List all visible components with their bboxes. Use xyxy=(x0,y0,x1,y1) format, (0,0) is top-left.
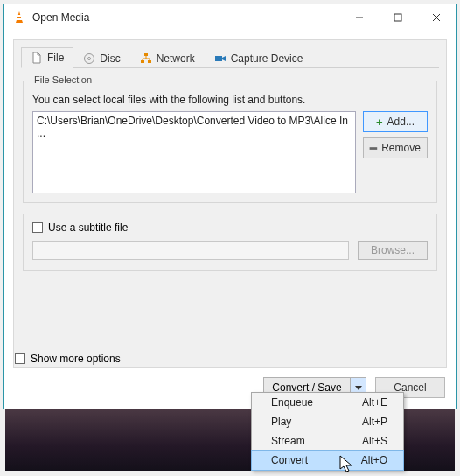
tab-file-label: File xyxy=(47,52,64,64)
svg-rect-12 xyxy=(215,56,222,61)
svg-marker-15 xyxy=(340,456,352,472)
svg-rect-9 xyxy=(144,53,148,56)
menu-convert[interactable]: Convert Alt+O xyxy=(252,451,403,470)
open-media-window: Open Media gP File Disc Network xyxy=(3,4,457,410)
mouse-cursor xyxy=(339,455,355,474)
menu-accel: Alt+S xyxy=(362,435,387,447)
tab-disc[interactable]: Disc xyxy=(73,47,129,68)
menu-stream[interactable]: Stream Alt+S xyxy=(252,431,403,451)
file-icon xyxy=(31,52,43,64)
tab-capture[interactable]: Capture Device xyxy=(205,47,313,68)
svg-marker-14 xyxy=(355,386,362,390)
file-selection-title: File Selection xyxy=(31,74,95,85)
chevron-down-icon xyxy=(355,384,362,391)
minus-icon: ━ xyxy=(370,143,377,154)
menu-label: Enqueue xyxy=(271,396,313,409)
subtitle-checkbox[interactable]: Use a subtitle file xyxy=(32,221,428,234)
menu-accel: Alt+E xyxy=(362,396,387,409)
plus-icon: + xyxy=(376,116,383,128)
menu-play[interactable]: Play Alt+P xyxy=(252,412,403,431)
convert-dropdown-menu: Enqueue Alt+E Play Alt+P Stream Alt+S Co… xyxy=(251,392,404,471)
remove-button[interactable]: ━ Remove xyxy=(363,137,428,158)
browse-label: Browse... xyxy=(371,244,415,256)
add-button[interactable]: + Add... xyxy=(363,111,428,132)
svg-point-8 xyxy=(88,57,91,60)
file-list-item[interactable]: C:\Users\Brian\OneDrive\Desktop\Converte… xyxy=(37,115,352,139)
close-button[interactable] xyxy=(417,4,456,31)
file-selection-group: File Selection You can select local file… xyxy=(23,80,437,203)
tab-file[interactable]: File xyxy=(21,47,73,68)
svg-rect-4 xyxy=(394,14,401,21)
menu-accel: Alt+O xyxy=(361,454,387,466)
tab-network-label: Network xyxy=(157,52,195,65)
svg-rect-1 xyxy=(17,15,22,17)
show-more-label: Show more options xyxy=(31,353,121,365)
tab-capture-label: Capture Device xyxy=(231,52,303,65)
checkbox-icon xyxy=(15,354,25,364)
menu-label: Convert xyxy=(271,454,308,466)
add-button-label: Add... xyxy=(387,116,415,128)
tab-disc-label: Disc xyxy=(100,52,120,65)
window-title: Open Media xyxy=(32,11,340,24)
disc-icon xyxy=(83,52,95,65)
subtitle-checkbox-label: Use a subtitle file xyxy=(48,221,128,234)
capture-icon xyxy=(214,52,227,65)
menu-enqueue[interactable]: Enqueue Alt+E xyxy=(252,393,403,412)
menu-label: Play xyxy=(271,416,291,428)
checkbox-icon xyxy=(32,222,43,233)
svg-rect-10 xyxy=(141,60,144,63)
menu-accel: Alt+P xyxy=(362,416,387,428)
network-icon xyxy=(140,52,152,65)
vlc-icon xyxy=(11,10,27,25)
menu-label: Stream xyxy=(271,435,305,447)
svg-marker-0 xyxy=(16,11,23,23)
file-selection-hint: You can select local files with the foll… xyxy=(32,94,428,106)
subtitle-path-input xyxy=(32,241,349,260)
svg-rect-11 xyxy=(148,60,151,63)
svg-marker-13 xyxy=(222,56,226,61)
dialog-body: File Disc Network Capture Device File Se… xyxy=(13,39,447,368)
svg-rect-2 xyxy=(17,18,22,20)
show-more-options-checkbox[interactable]: Show more options xyxy=(15,353,121,365)
remove-button-label: Remove xyxy=(381,142,421,154)
tab-network[interactable]: Network xyxy=(130,47,205,68)
subtitle-group: Use a subtitle file Browse... xyxy=(23,214,437,271)
browse-subtitle-button: Browse... xyxy=(358,241,428,260)
minimize-button[interactable] xyxy=(340,4,379,31)
tab-row: File Disc Network Capture Device xyxy=(21,47,439,68)
titlebar[interactable]: Open Media xyxy=(4,4,456,31)
maximize-button[interactable] xyxy=(379,4,417,31)
file-list[interactable]: C:\Users\Brian\OneDrive\Desktop\Converte… xyxy=(32,111,356,193)
